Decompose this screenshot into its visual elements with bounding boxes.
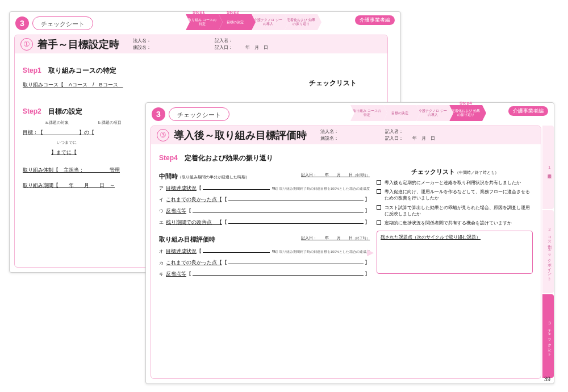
section-label: チェックシート xyxy=(32,16,93,30)
sheet-title: 着手～目標設定時 xyxy=(37,37,119,51)
course-line: 取り組みコース【 Aコース / Bコース xyxy=(23,81,123,89)
progress-steps-back: 取り組み コースの特定 目標の決定 介護テクノロ ジーの導入 定着化および 効果… xyxy=(186,14,318,30)
step2-title: 目標の設定 xyxy=(48,107,82,115)
form-item: ウ反省点等【】 xyxy=(159,208,370,215)
entry-date-mid: 記入日： 年 月 日（中間時） xyxy=(301,172,370,178)
meta-writer: 記入者： xyxy=(385,129,403,134)
progress-chevron: 介護テクノロ ジーの導入 xyxy=(252,14,285,30)
topbar-front: 3 チェックシート Step4 取り組み コースの特定 目標の決定 介護テクノロ… xyxy=(146,103,554,126)
meta-date: 年 月 日 xyxy=(412,136,435,141)
content-frame-front: ③ 導入後～取り組み目標評価時 法人名： 記入者： 施設名： 記入日： 年 月 … xyxy=(151,126,541,379)
form-item: ア目標達成状況【】取り組み期間終了時の到達目標を100%とした場合の達成度 xyxy=(159,185,370,192)
form-item: キ反省点等【】 xyxy=(159,271,370,278)
side-tab-2[interactable]: ２ コース別チェックポイント xyxy=(542,210,554,294)
meta-houjin: 法人名： xyxy=(320,129,339,134)
meta-block: 法人名： 記入者： 施設名： 記入日： 年 月 日 xyxy=(119,37,382,51)
checklist-item: 導入促進に向け、運用ルールを作るなどして、業務フローに適合させるための改善を行い… xyxy=(377,189,533,201)
form-item: カこれまでの良かった点【【】 xyxy=(159,260,370,266)
audience-badge: 介護事業者編 xyxy=(355,15,395,25)
sheet-number-circle: ① xyxy=(20,38,33,51)
progress-steps-front: 取り組み コースの特定 目標の決定 介護テクノロ ジーの導入 定着化および 効果… xyxy=(350,105,482,121)
checklist-heading-back: チェックリスト xyxy=(309,78,357,88)
checkbox-icon[interactable] xyxy=(377,189,381,194)
side-tab-1[interactable]: １ 導入手順書 xyxy=(542,126,554,209)
progress-chevron: 介護テクノロ ジーの導入 xyxy=(416,105,449,121)
step4-heading: Step4 xyxy=(159,154,178,162)
label-a: a.課題の対象 xyxy=(45,120,69,124)
remaining-issues-box[interactable]: 残された課題点（次のサイクルで取り組む課題） xyxy=(377,231,533,274)
title-row: ① 着手～目標設定時 法人名： 記入者： 施設名： 記入日： 年 月 日 xyxy=(15,35,387,53)
meta-writer: 記入者： xyxy=(215,38,233,43)
meta-houjin: 法人名： xyxy=(133,38,151,43)
meta-facility: 施設名： xyxy=(133,45,151,50)
side-tab-3[interactable]: ３ チェックシート xyxy=(542,294,554,378)
meta-facility: 施設名： xyxy=(320,136,339,141)
remaining-issues-label: 残された課題点（次のサイクルで取り組む課題） xyxy=(381,235,481,240)
checkbox-icon[interactable] xyxy=(377,180,381,185)
left-column: 中間時（取り組み期間の半分が経過した時期） 記入日： 年 月 日（中間時） ア目… xyxy=(159,168,370,282)
form-item: エ残り期間での改善点 【【】 xyxy=(159,219,370,226)
step1-title: 取り組みコースの特定 xyxy=(48,66,116,74)
step2-heading: Step2 xyxy=(23,107,41,115)
meta-date-label: 記入日： xyxy=(385,136,403,141)
page-number: 39 xyxy=(544,376,550,382)
label-b: b.課題の項目 xyxy=(98,120,122,124)
meta-date: 年 月 日 xyxy=(245,45,268,50)
worksheet-page-3: 3 チェックシート Step4 取り組み コースの特定 目標の決定 介護テクノロ… xyxy=(145,102,554,384)
form-item: イこれまでの良かった点【【】 xyxy=(159,197,370,203)
midpoint-heading: 中間時（取り組み期間の半分が経過した時期） 記入日： 年 月 日（中間時） xyxy=(159,172,370,181)
progress-chevron: 目標の決定 xyxy=(383,105,416,121)
checklist-item: 導入後も定期的にメーカーと連絡を取り利用状況を共有しましたか xyxy=(377,180,533,186)
eval-heading: 取り組み目標評価時 記入日： 年 月 日（終了時） xyxy=(159,235,370,244)
checkbox-icon[interactable] xyxy=(377,220,381,225)
arrow-icon xyxy=(367,249,374,256)
section-label: チェックシート xyxy=(169,107,229,121)
side-tabs: １ 導入手順書 ２ コース別チェックポイント ３ チェックシート xyxy=(542,126,554,379)
section-number: 3 xyxy=(15,16,29,30)
sheet-title: 導入後～取り組み目標評価時 xyxy=(174,128,307,142)
step1-heading: Step1 xyxy=(23,66,41,74)
title-row: ③ 導入後～取り組み目標評価時 法人名： 記入者： 施設名： 記入日： 年 月 … xyxy=(151,126,541,144)
step4-title: 定着化および効果の振り返り xyxy=(185,154,273,162)
checkbox-icon[interactable] xyxy=(377,205,381,210)
entry-date-end: 記入日： 年 月 日（終了時） xyxy=(301,235,370,241)
meta-date-label: 記入日： xyxy=(215,45,233,50)
meta-block: 法人名： 記入者： 施設名： 記入日： 年 月 日 xyxy=(307,128,535,142)
section-number: 3 xyxy=(152,107,165,121)
body-front: Step4 定着化および効果の振り返り 中間時（取り組み期間の半分が経過した時期… xyxy=(151,144,541,288)
progress-chevron: 定着化および 効果の振り返り xyxy=(449,105,482,121)
progress-chevron: 取り組み コースの特定 xyxy=(350,105,383,121)
checklist-item: コスト試算で算出した効果との乖離が見られた場合、原因を調査し運用に反映しましたか xyxy=(377,205,533,217)
progress-chevron: 定着化および 効果の振り返り xyxy=(285,14,318,30)
audience-badge: 介護事業者編 xyxy=(508,106,548,116)
progress-chevron: 取り組み コースの特定 xyxy=(186,14,219,30)
checklist-heading: チェックリスト（中間時／終了時とも） xyxy=(377,168,533,176)
progress-chevron: 目標の決定 xyxy=(219,14,252,30)
sheet-number-circle: ③ xyxy=(157,129,169,141)
right-column: チェックリスト（中間時／終了時とも） 導入後も定期的にメーカーと連絡を取り利用状… xyxy=(377,168,533,282)
form-item: オ目標達成状況【】取り組み期間終了時の到達目標を100%とした場合の達成度 xyxy=(159,248,370,255)
checklist-item: 定期的に進捗状況を関係者間で共有する機会を設けていますか xyxy=(377,220,533,226)
topbar-back: 3 チェックシート Step1 Step2 取り組み コースの特定 目標の決定 … xyxy=(10,12,400,35)
